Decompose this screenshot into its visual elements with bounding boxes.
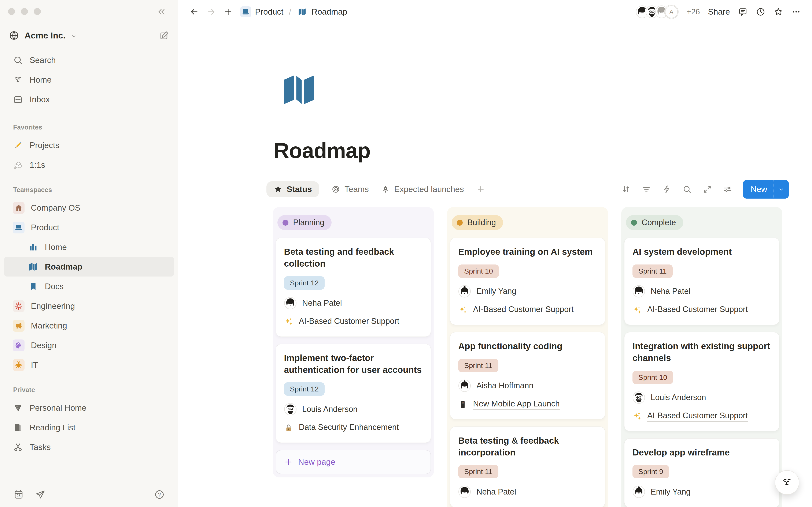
assignee-avatar bbox=[458, 379, 471, 392]
sidebar-item-tasks[interactable]: Tasks bbox=[4, 437, 174, 457]
board-card[interactable]: App functionality codingSprint 11Aisha H… bbox=[450, 332, 605, 419]
assignee-row: Neha Patel bbox=[458, 486, 597, 498]
search-icon[interactable] bbox=[682, 184, 692, 194]
calendar-icon[interactable]: 28 bbox=[13, 489, 24, 500]
board-column-building: BuildingEmployee training on AI systemSp… bbox=[447, 207, 608, 507]
window-controls[interactable] bbox=[8, 8, 41, 15]
new-page-button[interactable]: New page bbox=[276, 450, 431, 474]
tab-status[interactable]: Status bbox=[266, 181, 319, 197]
automation-icon[interactable] bbox=[662, 184, 672, 194]
workspace-switcher[interactable]: Acme Inc. bbox=[8, 28, 169, 43]
view-settings-icon[interactable] bbox=[723, 184, 732, 194]
assignee-name: Emily Yang bbox=[651, 487, 691, 496]
sidebar-item-it[interactable]: IT bbox=[4, 355, 174, 375]
related-page-link[interactable]: Data Security Enhancement bbox=[299, 423, 399, 433]
related-page-link[interactable]: AI-Based Customer Support bbox=[473, 305, 573, 316]
minimize-window-button[interactable] bbox=[21, 8, 28, 15]
assignee-row: Aisha Hoffmann bbox=[458, 379, 597, 392]
add-view-icon[interactable] bbox=[476, 185, 485, 194]
avatar[interactable]: A bbox=[664, 5, 678, 19]
sparkles-icon bbox=[632, 412, 642, 421]
sidebar-item-product[interactable]: Product bbox=[4, 218, 174, 237]
related-page-link[interactable]: AI-Based Customer Support bbox=[299, 317, 399, 327]
column-header-pill[interactable]: Building bbox=[452, 215, 503, 230]
assignee-avatar bbox=[458, 285, 471, 298]
tab-teams-label: Teams bbox=[345, 185, 369, 194]
tab-teams[interactable]: Teams bbox=[332, 185, 369, 194]
board-card[interactable]: Integration with existing support channe… bbox=[624, 332, 779, 431]
assignee-avatar bbox=[284, 297, 297, 309]
sidebar-item-personal-home[interactable]: Personal Home bbox=[4, 398, 174, 418]
more-options-icon[interactable] bbox=[791, 7, 801, 17]
board-card[interactable]: Develop app wireframeSprint 9Emily Yang bbox=[624, 438, 779, 507]
zoom-window-button[interactable] bbox=[34, 8, 41, 15]
history-icon[interactable] bbox=[756, 7, 765, 17]
related-page-link[interactable]: New Mobile App Launch bbox=[473, 399, 560, 410]
related-page-link[interactable]: AI-Based Customer Support bbox=[647, 411, 748, 421]
sidebar-item-home[interactable]: Home bbox=[4, 70, 174, 90]
help-icon[interactable]: ? bbox=[154, 489, 165, 500]
sidebar-item-engineering[interactable]: Engineering bbox=[4, 296, 174, 316]
sidebar-item-projects[interactable]: Projects bbox=[4, 135, 174, 155]
page-icon-map[interactable] bbox=[276, 70, 322, 110]
sidebar-item-roadmap[interactable]: Roadmap bbox=[4, 257, 174, 277]
sidebar-item-docs[interactable]: Docs bbox=[4, 277, 174, 296]
sidebar-item-reading-list[interactable]: Reading List bbox=[4, 418, 174, 437]
sidebar-item-label: Reading List bbox=[30, 423, 75, 432]
tab-expected-launches[interactable]: Expected launches bbox=[381, 185, 464, 194]
send-icon[interactable] bbox=[35, 489, 46, 500]
sidebar-item-design[interactable]: Design bbox=[4, 335, 174, 355]
avatar-overflow-count[interactable]: +26 bbox=[687, 7, 700, 16]
sprint-tag: Sprint 12 bbox=[284, 382, 324, 396]
assignee-avatar bbox=[632, 285, 645, 298]
phone-icon bbox=[458, 400, 467, 409]
sidebar-item-marketing[interactable]: Marketing bbox=[4, 316, 174, 335]
sidebar-item-company-os[interactable]: Company OS bbox=[4, 198, 174, 218]
sidebar-item-1-1s[interactable]: 1:1s bbox=[4, 155, 174, 175]
assignee-avatar bbox=[284, 403, 297, 415]
new-button[interactable]: New bbox=[743, 180, 789, 199]
sidebar-item-home[interactable]: Home bbox=[4, 237, 174, 257]
expand-icon[interactable] bbox=[703, 184, 712, 194]
related-page-row: Data Security Enhancement bbox=[284, 423, 423, 433]
comments-icon[interactable] bbox=[738, 7, 748, 17]
sidebar-collapse-icon[interactable] bbox=[156, 6, 167, 17]
board-card[interactable]: Implement two-factor authentication for … bbox=[276, 344, 431, 443]
breadcrumb-item-roadmap[interactable]: Roadmap bbox=[311, 7, 347, 16]
lock-icon bbox=[284, 424, 293, 433]
board-card[interactable]: Employee training on AI systemSprint 10E… bbox=[450, 238, 605, 325]
close-window-button[interactable] bbox=[8, 8, 15, 15]
sparkles-icon bbox=[458, 305, 467, 315]
assignee-name: Aisha Hoffmann bbox=[476, 381, 534, 390]
board-card[interactable]: Beta testing & feedback incorporationSpr… bbox=[450, 427, 605, 507]
sidebar-item-label: Home bbox=[30, 75, 52, 84]
main-area: Product / Roadmap A +26 Share Roadmap St… bbox=[179, 0, 812, 507]
assignee-row: Louis Anderson bbox=[284, 403, 423, 415]
breadcrumb: Product / Roadmap bbox=[240, 6, 347, 17]
cloud-icon bbox=[13, 160, 23, 170]
sidebar-item-inbox[interactable]: Inbox bbox=[4, 90, 174, 109]
breadcrumb-item-product[interactable]: Product bbox=[255, 7, 283, 16]
related-page-link[interactable]: AI-Based Customer Support bbox=[647, 305, 748, 316]
favorite-icon[interactable] bbox=[773, 7, 783, 17]
notion-ai-fab[interactable] bbox=[775, 470, 799, 495]
back-icon[interactable] bbox=[190, 7, 199, 17]
filter-icon[interactable] bbox=[642, 184, 651, 194]
compose-icon[interactable] bbox=[159, 30, 169, 41]
house-icon bbox=[14, 204, 23, 212]
card-title: Beta testing & feedback incorporation bbox=[458, 435, 597, 458]
board-card[interactable]: AI system developmentSprint 11Neha Patel… bbox=[624, 238, 779, 325]
share-button[interactable]: Share bbox=[708, 7, 730, 16]
column-header-pill[interactable]: Complete bbox=[626, 215, 683, 230]
collaborator-avatars[interactable]: A bbox=[635, 5, 678, 19]
new-button-dropdown[interactable] bbox=[773, 180, 789, 198]
sidebar-item-search[interactable]: Search bbox=[4, 50, 174, 70]
board-column-complete: CompleteAI system developmentSprint 11Ne… bbox=[621, 207, 782, 507]
sidebar-item-label: Marketing bbox=[31, 321, 67, 330]
sort-icon[interactable] bbox=[621, 184, 631, 194]
board-card[interactable]: Beta testing and feedback collectionSpri… bbox=[276, 238, 431, 337]
column-header-pill[interactable]: Planning bbox=[277, 215, 332, 230]
forward-icon[interactable] bbox=[206, 7, 216, 17]
page-title: Roadmap bbox=[273, 138, 370, 163]
new-page-icon[interactable] bbox=[223, 7, 233, 17]
